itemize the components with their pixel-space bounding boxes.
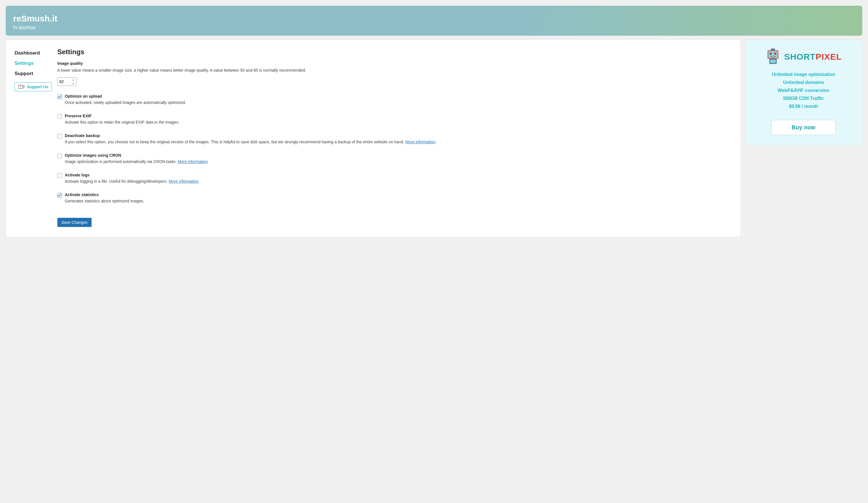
- option-checkbox[interactable]: [58, 173, 62, 178]
- option-checkbox[interactable]: [58, 154, 62, 158]
- promo-feature: WebP&AVIF conversion: [751, 88, 856, 93]
- option-text: Activate statisticsGenerates statistics …: [65, 192, 732, 204]
- more-information-link[interactable]: More information: [405, 140, 435, 144]
- promo-feature: Unlimited domains: [751, 80, 856, 85]
- option-title: Optimize images using CRON: [65, 153, 732, 157]
- shortpixel-wordmark: SHORTPIXEL: [784, 52, 842, 62]
- nav-dashboard[interactable]: Dashboard: [14, 48, 58, 58]
- kofi-icon: [18, 84, 24, 89]
- option-checkbox[interactable]: [58, 94, 62, 99]
- option-checkbox[interactable]: [58, 114, 62, 119]
- more-information-link[interactable]: More information: [169, 179, 199, 184]
- option-description: Image optimization is performed automati…: [65, 159, 732, 165]
- option-text: Deactivate backupIf you select this opti…: [65, 133, 732, 145]
- sidebar-nav: Dashboard Settings Support Support Us: [14, 48, 58, 227]
- svg-point-4: [769, 52, 772, 55]
- option-checkbox[interactable]: [58, 193, 62, 197]
- quality-spinner: ▲ ▼: [70, 78, 76, 86]
- plugin-header-banner: reSmush.it By ShortPixel: [6, 6, 862, 36]
- option-title: Activate logs: [65, 173, 732, 177]
- promo-feature: 500GB CDN Traffic: [751, 96, 856, 101]
- image-quality-input[interactable]: [58, 78, 70, 85]
- nav-support[interactable]: Support: [14, 69, 58, 79]
- option-description: If you select this option, you choose no…: [65, 139, 732, 145]
- option-description: Generates statistics about optimized ima…: [65, 198, 732, 204]
- promo-feature: Unlimited image optimization: [751, 72, 856, 77]
- robot-icon: [765, 49, 781, 65]
- plugin-byline: By ShortPixel: [13, 25, 855, 29]
- shortpixel-promo-card: SHORTPIXEL Unlimited image optimizationU…: [745, 40, 862, 145]
- buy-now-button[interactable]: Buy now: [771, 120, 836, 135]
- spinner-down-icon[interactable]: ▼: [71, 82, 76, 86]
- option-row: Activate statisticsGenerates statistics …: [58, 192, 732, 204]
- option-checkbox[interactable]: [58, 134, 62, 138]
- option-description: Activate this option to retain the origi…: [65, 119, 732, 125]
- option-row: Preserve EXIFActivate this option to ret…: [58, 114, 732, 125]
- option-text: Optimize on uploadOnce activated, newly …: [65, 94, 732, 106]
- option-text: Optimize images using CRONImage optimiza…: [65, 153, 732, 165]
- option-title: Preserve EXIF: [65, 114, 732, 118]
- image-quality-input-wrap: ▲ ▼: [58, 78, 77, 86]
- image-quality-desc: A lower value means a smaller image size…: [58, 68, 732, 73]
- option-text: Activate logsActivate logging in a file.…: [65, 173, 732, 184]
- support-us-label: Support Us: [27, 84, 48, 89]
- page-title: Settings: [58, 48, 732, 56]
- option-title: Deactivate backup: [65, 133, 732, 138]
- option-row: Optimize images using CRONImage optimiza…: [58, 153, 732, 165]
- support-us-button[interactable]: Support Us: [14, 82, 52, 91]
- more-information-link[interactable]: More information: [178, 159, 208, 164]
- save-changes-button[interactable]: Save Changes: [58, 218, 92, 227]
- option-row: Activate logsActivate logging in a file.…: [58, 173, 732, 184]
- settings-content: Settings Image quality A lower value mea…: [58, 48, 732, 227]
- nav-settings[interactable]: Settings: [14, 58, 58, 69]
- option-row: Deactivate backupIf you select this opti…: [58, 133, 732, 145]
- shortpixel-logo: SHORTPIXEL: [751, 49, 856, 65]
- spinner-up-icon[interactable]: ▲: [71, 78, 76, 82]
- option-title: Activate statistics: [65, 192, 732, 197]
- option-text: Preserve EXIFActivate this option to ret…: [65, 114, 732, 125]
- byline-link[interactable]: ShortPixel: [19, 25, 35, 29]
- svg-rect-7: [770, 60, 776, 63]
- option-description: Activate logging in a file. Useful for d…: [65, 178, 732, 184]
- option-row: Optimize on uploadOnce activated, newly …: [58, 94, 732, 106]
- plugin-title: reSmush.it: [13, 14, 855, 23]
- svg-rect-1: [771, 49, 775, 50]
- promo-feature: $9.99 / month: [751, 104, 856, 109]
- main-settings-card: Dashboard Settings Support Support Us Se: [6, 40, 741, 237]
- svg-point-5: [774, 52, 776, 55]
- option-description: Once activated, newly uploaded images ar…: [65, 100, 732, 106]
- option-title: Optimize on upload: [65, 94, 732, 99]
- image-quality-label: Image quality: [58, 61, 732, 66]
